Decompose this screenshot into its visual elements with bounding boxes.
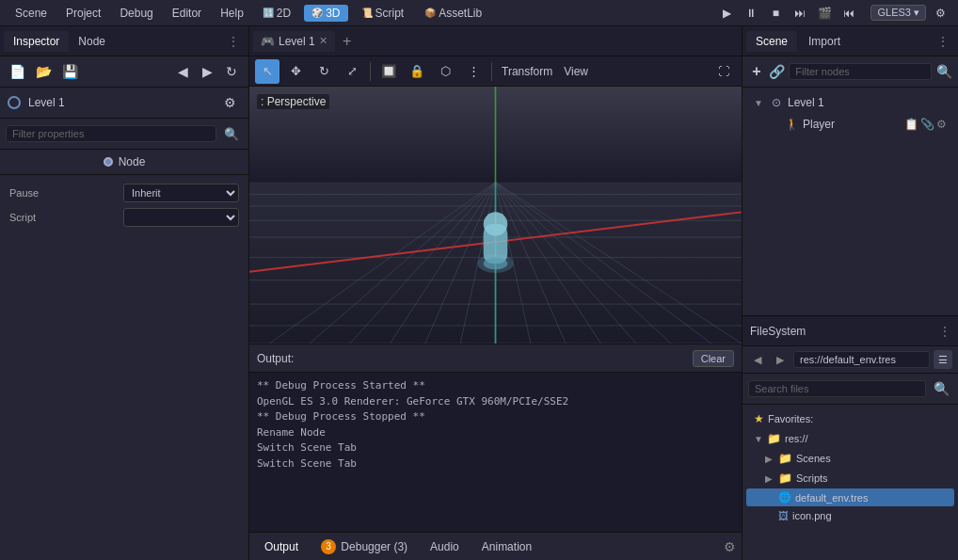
step-button[interactable]: ⏭ [790,3,810,24]
add-node-button[interactable]: + [748,60,765,83]
tab-inspector[interactable]: Inspector [4,31,69,52]
scene-tabs: Scene Import ⋮ [742,26,958,56]
nav-forward-button[interactable]: ▶ [196,60,218,83]
clear-button[interactable]: Clear [693,350,734,367]
filter-nodes-search-icon[interactable]: 🔍 [935,60,952,83]
menu-scene[interactable]: Scene [8,5,55,22]
fs-scenes-folder[interactable]: ▶ 📁 Scenes [746,449,954,468]
output-line-0: ** Debug Process Started ** [257,378,734,394]
fs-search-icon[interactable]: 🔍 [930,377,952,400]
filesystem-search-bar: 🔍 [742,374,958,405]
new-scene-button[interactable]: 📄 [6,60,28,83]
output-tab-debugger[interactable]: 3 Debugger (3) [311,536,417,557]
pause-button[interactable]: ⏸ [741,3,761,24]
rotate-tool-button[interactable]: ↻ [311,59,336,84]
scale-tool-button[interactable]: ⤢ [340,59,364,84]
settings-icon[interactable]: ⚙ [930,3,950,24]
scene-menu-dots[interactable]: ⋮ [932,33,954,50]
fs-nav-forward-button[interactable]: ▶ [771,350,790,369]
tab-close-icon[interactable]: ✕ [319,35,327,47]
player-group-icon[interactable]: 📎 [920,118,934,131]
filesystem-tree: ★ Favorites: ▼ 📁 res:// ▶ 📁 Scenes ▶ [742,405,958,560]
extra-button[interactable]: ⏮ [838,3,859,24]
fs-res-folder[interactable]: ▼ 📁 res:// [746,429,954,448]
play-button[interactable]: ▶ [716,3,737,24]
gles-selector[interactable]: GLES3 ▾ [870,5,926,21]
snap-button[interactable]: 🔒 [405,59,429,84]
output-settings-icon[interactable]: ⚙ [724,539,736,554]
open-scene-button[interactable]: 📂 [32,60,55,83]
fs-scripts-folder[interactable]: ▶ 📁 Scripts [746,469,954,488]
toolbar-separator-1 [370,62,371,81]
file-icon-env: 🌐 [778,491,791,504]
tree-item-player[interactable]: 🚶 Player 📋 📎 ⚙ [746,114,954,135]
tab-level1-icon: 🎮 [261,35,275,48]
history-button[interactable]: ↻ [220,60,243,83]
tab-level1[interactable]: 🎮 Level 1 ✕ [253,31,335,52]
filesystem-nav: ◀ ▶ res://default_env.tres ☰ [742,346,958,374]
filesystem-search-input[interactable] [748,380,926,397]
menu-debug[interactable]: Debug [112,5,160,22]
folder-icon-res: 📁 [767,432,781,445]
inspector-tabs: Inspector Node ⋮ [0,26,248,56]
link-node-button[interactable]: 🔗 [769,60,786,83]
tree-node-icon-player: 🚶 [784,117,799,132]
property-script: Script [6,205,243,230]
mode-script-button[interactable]: 📜 Script [354,5,412,22]
output-header: Output: Clear [249,344,742,373]
save-scene-button[interactable]: 💾 [58,60,81,83]
filter-nodes-input[interactable] [789,63,932,80]
mode-buttons: 🔢 2D 🎲 3D 📜 Script 📦 AssetLib [255,5,489,22]
scene-settings-icon[interactable]: ⚙ [218,91,241,114]
inspector-menu-dots[interactable]: ⋮ [222,33,245,50]
output-tab-audio[interactable]: Audio [421,537,469,556]
fs-nav-back-button[interactable]: ◀ [748,350,767,369]
property-pause-select[interactable]: Inherit Stop Process [123,184,239,202]
mode-2d-label: 2D [277,7,291,20]
mode-2d-button[interactable]: 🔢 2D [255,5,298,22]
fs-favorites-header[interactable]: ★ Favorites: [746,409,954,428]
player-settings-icon[interactable]: ⚙ [936,118,947,131]
fs-scenes-arrow-icon: ▶ [765,454,774,464]
property-script-label: Script [9,212,116,223]
menu-editor[interactable]: Editor [165,5,209,22]
tree-item-level1[interactable]: ▼ ⊙ Level 1 [746,92,954,113]
tab-import[interactable]: Import [799,31,850,52]
filter-search-icon[interactable]: 🔍 [220,122,243,145]
output-panel: Output: Clear ** Debug Process Started *… [249,344,742,560]
filesystem-menu-dots[interactable]: ⋮ [939,325,950,338]
mode-3d-button[interactable]: 🎲 3D [304,5,347,22]
perspective-label: : Perspective [257,94,329,109]
menu-project[interactable]: Project [58,5,108,22]
nav-back-button[interactable]: ◀ [171,60,194,83]
output-tab-output[interactable]: Output [255,537,308,556]
select-tool-button[interactable]: ↖ [255,59,279,84]
property-pause: Pause Inherit Stop Process [6,181,243,205]
node-section-title: Node [119,155,146,168]
output-tab-animation[interactable]: Animation [472,537,541,556]
move-tool-button[interactable]: ✥ [283,59,308,84]
fs-default-env-file[interactable]: 🌐 default_env.tres [746,488,954,506]
add-tab-button[interactable]: + [337,31,358,52]
fs-icon-file[interactable]: 🖼 icon.png [746,507,954,524]
viewport-3d[interactable]: : Perspective [249,87,742,344]
tab-node[interactable]: Node [69,31,115,52]
output-line-2: ** Debug Process Stopped ** [257,409,734,425]
view-label[interactable]: View [560,65,592,78]
level-header: Level 1 ⚙ [0,88,248,119]
mode-assetlib-button[interactable]: 📦 AssetLib [417,5,489,22]
movie-button[interactable]: 🎬 [814,3,835,24]
stop-button[interactable]: ■ [765,3,786,24]
filter-properties-input[interactable] [6,125,216,142]
menu-help[interactable]: Help [213,5,251,22]
transform-label[interactable]: Transform [498,65,556,78]
use-local-button[interactable]: 🔲 [376,59,401,84]
mesh-button[interactable]: ⬡ [433,59,457,84]
mode-2d-icon: 🔢 [263,8,274,18]
dots-button[interactable]: ⋮ [461,59,486,84]
player-script-icon[interactable]: 📋 [904,118,918,131]
property-script-select[interactable] [123,208,239,227]
fs-view-toggle-button[interactable]: ☰ [934,350,952,369]
tab-scene[interactable]: Scene [746,31,797,52]
maximize-viewport-button[interactable]: ⛶ [711,59,736,84]
